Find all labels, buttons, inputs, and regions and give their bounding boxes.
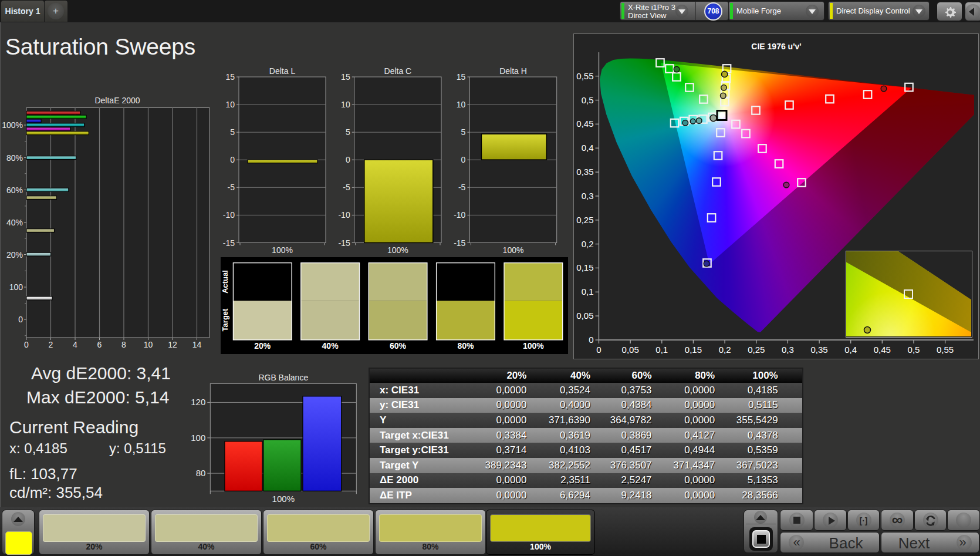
svg-text:0: 0 bbox=[596, 345, 601, 355]
svg-text:60%: 60% bbox=[390, 341, 407, 351]
svg-text:Delta L: Delta L bbox=[269, 66, 296, 76]
svg-text:0: 0 bbox=[461, 155, 466, 164]
svg-text:-10: -10 bbox=[223, 210, 235, 220]
svg-text:-10: -10 bbox=[338, 210, 350, 220]
svg-text:60%: 60% bbox=[6, 186, 23, 195]
svg-text:6: 6 bbox=[97, 340, 102, 349]
svg-text:0,2: 0,2 bbox=[719, 345, 731, 355]
svg-text:15: 15 bbox=[457, 72, 466, 82]
svg-text:5: 5 bbox=[230, 127, 235, 137]
svg-text:10: 10 bbox=[457, 100, 466, 109]
svg-text:0,1: 0,1 bbox=[582, 287, 594, 296]
svg-text:5: 5 bbox=[346, 127, 350, 137]
svg-text:8: 8 bbox=[121, 340, 126, 349]
svg-text:-5: -5 bbox=[228, 183, 235, 192]
svg-text:10: 10 bbox=[144, 340, 153, 349]
svg-text:100%: 100% bbox=[272, 494, 295, 504]
svg-text:100: 100 bbox=[9, 282, 23, 292]
svg-text:0,05: 0,05 bbox=[622, 345, 639, 355]
svg-text:-15: -15 bbox=[223, 238, 235, 248]
svg-text:-15: -15 bbox=[454, 238, 465, 248]
svg-text:0,5: 0,5 bbox=[582, 95, 594, 105]
svg-text:0,55: 0,55 bbox=[937, 345, 954, 355]
svg-text:Delta H: Delta H bbox=[499, 66, 527, 76]
svg-text:-10: -10 bbox=[454, 210, 465, 220]
svg-text:-5: -5 bbox=[458, 183, 466, 192]
svg-text:100%: 100% bbox=[523, 341, 544, 351]
svg-text:4: 4 bbox=[73, 340, 77, 349]
svg-text:DeltaE 2000: DeltaE 2000 bbox=[94, 96, 140, 105]
svg-text:0: 0 bbox=[24, 340, 29, 349]
svg-text:0,15: 0,15 bbox=[576, 262, 593, 272]
svg-text:10: 10 bbox=[225, 100, 235, 109]
svg-text:0,4: 0,4 bbox=[844, 345, 857, 355]
svg-text:0,45: 0,45 bbox=[576, 119, 593, 129]
svg-text:0,15: 0,15 bbox=[685, 345, 702, 355]
svg-text:Actual: Actual bbox=[221, 270, 229, 294]
svg-text:-5: -5 bbox=[343, 183, 350, 192]
svg-text:20%: 20% bbox=[254, 341, 271, 351]
svg-text:100: 100 bbox=[191, 433, 205, 443]
svg-text:10: 10 bbox=[341, 100, 350, 109]
svg-text:20%: 20% bbox=[6, 250, 23, 260]
svg-text:0: 0 bbox=[589, 335, 593, 345]
svg-text:15: 15 bbox=[341, 72, 350, 82]
svg-text:0,3: 0,3 bbox=[582, 191, 594, 201]
svg-text:-15: -15 bbox=[338, 238, 350, 248]
svg-text:0,4: 0,4 bbox=[582, 143, 594, 153]
svg-text:0,05: 0,05 bbox=[576, 311, 593, 321]
svg-text:2: 2 bbox=[49, 340, 53, 349]
svg-text:100%: 100% bbox=[503, 245, 524, 255]
svg-text:5: 5 bbox=[461, 127, 466, 137]
svg-text:80: 80 bbox=[196, 468, 206, 478]
svg-text:0: 0 bbox=[346, 155, 350, 164]
svg-text:100%: 100% bbox=[2, 120, 23, 130]
svg-text:0: 0 bbox=[230, 155, 235, 164]
svg-text:Delta C: Delta C bbox=[384, 66, 412, 76]
svg-text:0,25: 0,25 bbox=[748, 345, 765, 355]
svg-text:0,3: 0,3 bbox=[782, 345, 794, 355]
svg-text:CIE 1976 u'v': CIE 1976 u'v' bbox=[751, 42, 801, 51]
svg-text:40%: 40% bbox=[6, 218, 23, 227]
svg-text:0,2: 0,2 bbox=[582, 239, 594, 249]
svg-text:0,35: 0,35 bbox=[810, 345, 827, 355]
svg-text:12: 12 bbox=[168, 340, 177, 349]
svg-text:40%: 40% bbox=[322, 341, 339, 351]
svg-text:RGB Balance: RGB Balance bbox=[258, 373, 308, 382]
svg-text:0,55: 0,55 bbox=[576, 71, 593, 81]
svg-text:0,25: 0,25 bbox=[576, 215, 593, 225]
svg-text:100%: 100% bbox=[387, 245, 408, 255]
svg-text:15: 15 bbox=[225, 72, 235, 82]
svg-text:Target: Target bbox=[221, 308, 229, 331]
svg-text:0,1: 0,1 bbox=[655, 345, 668, 355]
svg-text:120: 120 bbox=[191, 397, 205, 407]
svg-text:0,35: 0,35 bbox=[576, 167, 593, 177]
svg-text:0,45: 0,45 bbox=[874, 345, 891, 355]
svg-text:0: 0 bbox=[18, 315, 23, 324]
svg-text:100%: 100% bbox=[272, 245, 293, 255]
svg-text:0,5: 0,5 bbox=[908, 345, 920, 355]
svg-text:80%: 80% bbox=[6, 153, 23, 163]
svg-text:80%: 80% bbox=[457, 341, 474, 351]
svg-text:14: 14 bbox=[192, 340, 202, 349]
